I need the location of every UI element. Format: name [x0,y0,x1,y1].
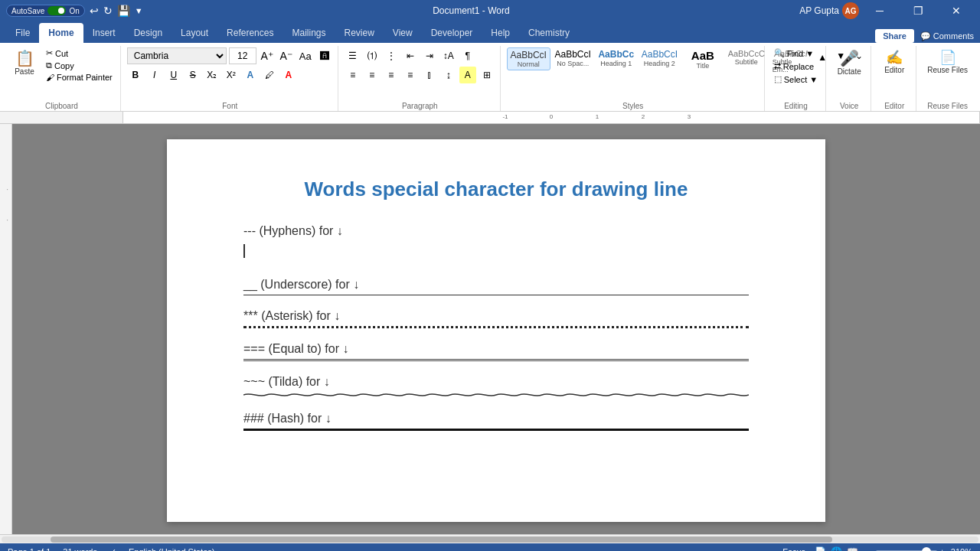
borders-button[interactable]: ⊞ [479,67,495,83]
tab-help[interactable]: Help [482,23,519,43]
cursor-area[interactable] [243,241,749,264]
styles-group: AaBbCcI Normal AaBbCcI No Spac... AaBbCc… [502,46,765,111]
show-hide-button[interactable]: ¶ [459,47,476,64]
increase-indent-button[interactable]: ⇥ [421,47,438,64]
ribbon: 📋 Paste ✂ Cut ⧉ Copy 🖌 Format Painter Cl… [0,43,980,112]
underline-button[interactable]: U [165,67,182,83]
text-effects-button[interactable]: A [242,67,259,83]
style-no-spacing[interactable]: AaBbCcI No Spac... [552,47,594,69]
multilevel-list-button[interactable]: ⋮ [383,47,400,64]
bold-button[interactable]: B [127,67,144,83]
decrease-indent-button[interactable]: ⇤ [402,47,419,64]
hscroll-thumb[interactable] [51,536,832,543]
superscript-button[interactable]: X² [223,67,240,83]
save-icon[interactable]: 💾 [117,5,130,17]
numbering-button[interactable]: ⑴ [364,47,381,64]
strikethrough-button[interactable]: S [185,67,201,83]
zoom-out-icon[interactable]: − [867,547,872,551]
document-container: · · Words special character for drawing … [0,124,980,534]
columns-button[interactable]: ⫿ [421,67,438,83]
bullets-button[interactable]: ☰ [345,47,361,64]
redo-icon[interactable]: ↻ [103,5,113,17]
restore-button[interactable]: ❐ [900,0,936,21]
minimize-button[interactable]: ─ [862,0,897,21]
tab-developer[interactable]: Developer [422,23,482,43]
justify-button[interactable]: ≡ [402,67,419,83]
font-size-input[interactable] [229,47,256,64]
more-commands-icon[interactable]: ▼ [135,6,143,15]
proofing-icon[interactable]: ✓ [109,547,116,552]
language[interactable]: English (United States) [129,547,215,551]
style-title[interactable]: AaB Title [682,47,724,71]
change-case-button[interactable]: Aa [297,47,314,64]
font-group-content: Cambria A⁺ A⁻ Aa 🅰 B I U S X₂ X² A 🖊 A [127,47,333,100]
italic-button[interactable]: I [146,67,163,83]
paste-button[interactable]: 📋 Paste [8,47,41,79]
tab-file[interactable]: File [6,23,39,43]
hscroll-track[interactable] [2,536,978,543]
align-center-button[interactable]: ≡ [364,67,381,83]
cut-button[interactable]: ✂ Cut [43,47,116,59]
document-scroll[interactable]: Words special character for drawing line… [12,124,980,534]
editor-label: Editor [884,66,904,74]
select-button[interactable]: ⬚ Select ▼ [771,73,821,85]
style-subtitle[interactable]: AaBbCcC Subtitle [725,47,768,67]
style-heading1[interactable]: AaBbCc Heading 1 [596,47,637,69]
tab-review[interactable]: Review [335,23,383,43]
find-button[interactable]: 🔍 Find ▼ [771,47,817,59]
format-painter-button[interactable]: 🖌 Format Painter [43,72,116,83]
align-right-button[interactable]: ≡ [383,67,400,83]
replace-button[interactable]: ⇄ Replace [771,60,817,72]
style-normal[interactable]: AaBbCcI Normal [507,47,550,70]
sort-button[interactable]: ↕A [440,47,457,64]
reuse-files-button[interactable]: 📄 Reuse Files [923,47,972,77]
find-icon: 🔍 [774,48,785,58]
tab-chemistry[interactable]: Chemistry [519,23,579,43]
tab-mailings[interactable]: Mailings [283,23,335,43]
style-heading2[interactable]: AaBbCcI Heading 2 [639,47,681,69]
line-hash [243,429,749,431]
align-left-button[interactable]: ≡ [345,67,361,83]
shading-button[interactable]: A [459,67,476,83]
font-size-decrease-button[interactable]: A⁻ [278,47,295,64]
zoom-in-icon[interactable]: + [940,547,945,551]
tab-home[interactable]: Home [39,23,83,43]
web-layout-icon[interactable]: 🌐 [831,546,842,551]
comments-button[interactable]: 💬 Comments [920,31,974,41]
paragraph-group-content: ☰ ⑴ ⋮ ⇤ ⇥ ↕A ¶ ≡ ≡ ≡ ≡ ⫿ ↨ A ⊞ [345,47,495,100]
share-button[interactable]: Share [875,29,914,43]
style-subtitle-preview: AaBbCcC [728,49,765,58]
copy-button[interactable]: ⧉ Copy [43,60,116,71]
tab-insert[interactable]: Insert [83,23,125,43]
font-color-button[interactable]: A [280,67,297,83]
print-layout-icon[interactable]: 📄 [815,546,826,551]
editor-button[interactable]: ✍ Editor [877,47,911,77]
tab-view[interactable]: View [384,23,422,43]
editor-icon: ✍ [886,51,903,64]
clear-formatting-button[interactable]: 🅰 [316,47,333,64]
font-name-select[interactable]: Cambria [127,47,227,64]
copy-icon: ⧉ [46,60,52,70]
zoom-level[interactable]: 210% [948,547,972,551]
autosave-state: On [69,7,79,15]
horizontal-scrollbar[interactable] [0,534,980,543]
highlight-button[interactable]: 🖊 [261,67,278,83]
tab-design[interactable]: Design [125,23,172,43]
undo-icon[interactable]: ↩ [90,5,99,17]
dictate-button[interactable]: 🎤 Dictate [832,47,866,79]
read-mode-icon[interactable]: 📖 [847,546,858,551]
tab-layout[interactable]: Layout [172,23,217,43]
autosave-toggle[interactable] [47,6,66,15]
autosave-badge[interactable]: AutoSave On [6,5,85,17]
paragraph-bottom-row: ≡ ≡ ≡ ≡ ⫿ ↨ A ⊞ [345,67,495,83]
close-button[interactable]: ✕ [939,0,974,21]
font-size-increase-button[interactable]: A⁺ [259,47,276,64]
focus-label[interactable]: Focus [782,547,805,551]
section-hash: ### (Hash) for ↓ [243,412,749,431]
tab-references[interactable]: References [217,23,283,43]
line-spacing-button[interactable]: ↨ [440,67,457,83]
subscript-button[interactable]: X₂ [204,67,220,83]
section-underscore-text: __ (Underscore) for ↓ [243,278,359,291]
section-underscore: __ (Underscore) for ↓ [243,278,749,295]
section-asterisk: *** (Asterisk) for ↓ [243,309,749,328]
